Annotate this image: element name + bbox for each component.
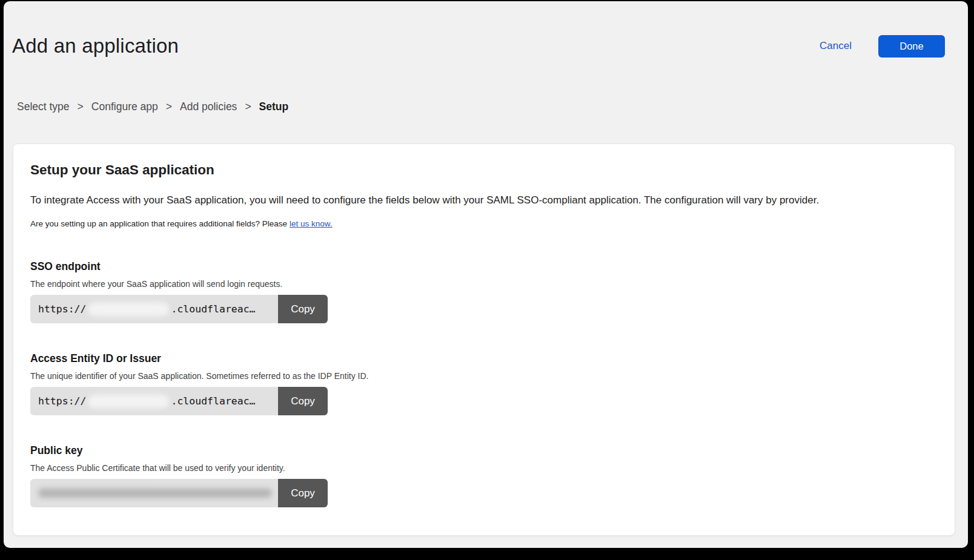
public-key-value [30, 479, 278, 507]
setup-card: Setup your SaaS application To integrate… [13, 143, 955, 536]
sso-endpoint-section: SSO endpoint The endpoint where your Saa… [30, 260, 938, 323]
card-intro-text: To integrate Access with your SaaS appli… [30, 193, 938, 208]
sso-endpoint-value-suffix: .cloudflareac… [171, 303, 255, 315]
entity-id-description: The unique identifier of your SaaS appli… [30, 371, 938, 381]
card-note-text: Are you setting up an application that r… [30, 219, 287, 228]
cancel-button[interactable]: Cancel [820, 40, 852, 52]
redacted-value-blur [38, 489, 272, 498]
breadcrumb-step-configure-app[interactable]: Configure app [91, 100, 158, 113]
sso-endpoint-label: SSO endpoint [30, 260, 938, 273]
entity-id-copy-button[interactable]: Copy [278, 387, 328, 415]
breadcrumb-step-setup: Setup [259, 100, 289, 113]
public-key-description: The Access Public Certificate that will … [30, 463, 938, 473]
breadcrumb: Select type > Configure app > Add polici… [17, 100, 968, 113]
sso-endpoint-description: The endpoint where your SaaS application… [30, 279, 938, 289]
entity-id-value-suffix: .cloudflareac… [171, 395, 255, 407]
public-key-section: Public key The Access Public Certificate… [30, 444, 938, 507]
public-key-copy-row: Copy [30, 479, 328, 507]
sso-endpoint-copy-row: https:// .cloudflareac… Copy [30, 295, 328, 323]
entity-id-copy-row: https:// .cloudflareac… Copy [30, 387, 328, 415]
breadcrumb-separator: > [78, 100, 84, 113]
done-button[interactable]: Done [878, 35, 945, 58]
entity-id-section: Access Entity ID or Issuer The unique id… [30, 352, 938, 415]
breadcrumb-step-select-type[interactable]: Select type [17, 100, 70, 113]
entity-id-label: Access Entity ID or Issuer [30, 352, 938, 365]
header-actions: Cancel Done [820, 35, 945, 58]
breadcrumb-separator: > [245, 100, 251, 113]
redacted-value-blur [88, 303, 169, 316]
entity-id-value-prefix: https:// [38, 395, 86, 407]
redacted-value-blur [88, 395, 169, 408]
sso-endpoint-copy-button[interactable]: Copy [278, 295, 328, 323]
page-title: Add an application [12, 34, 179, 58]
app-window: Add an application Cancel Done Select ty… [4, 1, 968, 548]
sso-endpoint-value: https:// .cloudflareac… [30, 295, 278, 323]
let-us-know-link[interactable]: let us know. [290, 219, 333, 228]
card-heading: Setup your SaaS application [30, 162, 938, 178]
page-header: Add an application Cancel Done [4, 1, 968, 58]
breadcrumb-separator: > [166, 100, 172, 113]
public-key-label: Public key [30, 444, 938, 457]
sso-endpoint-value-prefix: https:// [38, 303, 86, 315]
public-key-copy-button[interactable]: Copy [278, 479, 328, 507]
entity-id-value: https:// .cloudflareac… [30, 387, 278, 415]
card-note: Are you setting up an application that r… [30, 219, 938, 228]
breadcrumb-step-add-policies[interactable]: Add policies [180, 100, 237, 113]
